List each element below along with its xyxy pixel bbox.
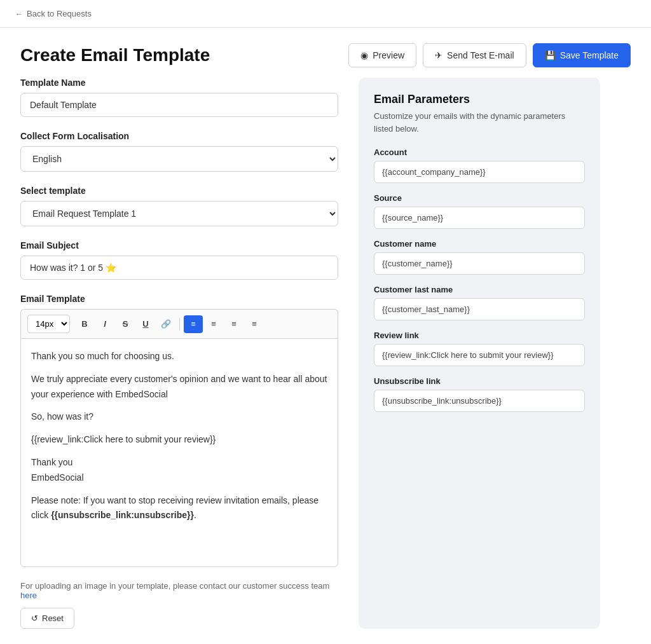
page-header: Create Email Template ◉ Preview ✈ Send T… bbox=[0, 28, 651, 78]
param-value-input[interactable] bbox=[374, 161, 585, 183]
select-template-label: Select template bbox=[20, 186, 338, 196]
top-nav: ← Back to Requests bbox=[0, 0, 651, 28]
localisation-group: Collect Form Localisation English bbox=[20, 131, 338, 172]
param-label: Unsubscribe link bbox=[374, 376, 585, 386]
underline-button[interactable]: U bbox=[136, 315, 155, 333]
reset-button[interactable]: ↺ Reset bbox=[20, 608, 74, 629]
param-group: Review link bbox=[374, 331, 585, 366]
params-container: AccountSourceCustomer nameCustomer last … bbox=[374, 147, 585, 412]
preview-label: Preview bbox=[373, 50, 404, 60]
font-size-select[interactable]: 14px bbox=[27, 315, 70, 333]
send-icon: ✈ bbox=[435, 50, 442, 60]
email-subject-group: Email Subject bbox=[20, 240, 338, 280]
upload-link[interactable]: here bbox=[20, 591, 37, 600]
editor-embedsocial: EmbedSocial bbox=[31, 472, 84, 483]
email-subject-input[interactable] bbox=[20, 256, 338, 280]
editor-line-5-6: Thank you EmbedSocial bbox=[31, 455, 327, 486]
back-label: Back to Requests bbox=[27, 9, 92, 18]
strikethrough-button[interactable]: S bbox=[116, 315, 135, 333]
send-test-label: Send Test E-mail bbox=[447, 50, 514, 60]
template-name-group: Template Name bbox=[20, 78, 338, 117]
main-content: Template Name Collect Form Localisation … bbox=[0, 78, 651, 644]
template-name-input[interactable] bbox=[20, 93, 338, 117]
left-panel: Template Name Collect Form Localisation … bbox=[20, 78, 338, 629]
param-label: Account bbox=[374, 147, 585, 157]
bold-button[interactable]: B bbox=[75, 315, 94, 333]
param-value-input[interactable] bbox=[374, 207, 585, 229]
editor-thank-you: Thank you bbox=[31, 457, 72, 467]
editor-line-3: So, how was it? bbox=[31, 409, 327, 425]
param-value-input[interactable] bbox=[374, 390, 585, 412]
editor-note-bold: {{unsubscribe_link:unsubscribe}} bbox=[51, 510, 194, 520]
back-arrow-icon: ← bbox=[15, 10, 23, 18]
param-label: Review link bbox=[374, 331, 585, 340]
preview-button[interactable]: ◉ Preview bbox=[348, 43, 416, 67]
align-center-button[interactable]: ≡ bbox=[204, 315, 223, 333]
send-test-button[interactable]: ✈ Send Test E-mail bbox=[423, 43, 526, 67]
param-group: Customer last name bbox=[374, 285, 585, 320]
param-group: Customer name bbox=[374, 239, 585, 275]
param-group: Source bbox=[374, 193, 585, 229]
save-icon: 💾 bbox=[545, 50, 556, 60]
page-title: Create Email Template bbox=[20, 45, 210, 65]
param-label: Customer last name bbox=[374, 285, 585, 294]
param-label: Customer name bbox=[374, 239, 585, 249]
email-params-desc: Customize your emails with the dynamic p… bbox=[374, 110, 585, 135]
align-right-button[interactable]: ≡ bbox=[224, 315, 243, 333]
align-justify-button[interactable]: ≡ bbox=[245, 315, 264, 333]
editor-toolbar: 14px B I S U 🔗 ≡ ≡ ≡ ≡ bbox=[20, 309, 338, 338]
localisation-label: Collect Form Localisation bbox=[20, 131, 338, 141]
param-value-input[interactable] bbox=[374, 298, 585, 320]
editor-line-2: We truly appreciate every customer's opi… bbox=[31, 372, 327, 402]
param-group: Unsubscribe link bbox=[374, 376, 585, 412]
editor-line-4: {{review_link:Click here to submit your … bbox=[31, 432, 327, 448]
editor-line-7: Please note: If you want to stop receivi… bbox=[31, 493, 327, 524]
save-label: Save Template bbox=[560, 50, 619, 60]
email-template-group: Email Template 14px B I S U 🔗 ≡ ≡ ≡ ≡ Th… bbox=[20, 294, 338, 567]
localisation-select[interactable]: English bbox=[20, 146, 338, 172]
email-template-label: Email Template bbox=[20, 294, 338, 304]
select-template-select[interactable]: Email Request Template 1 bbox=[20, 201, 338, 226]
eye-icon: ◉ bbox=[360, 50, 368, 60]
upload-note: For uploading an image in your template,… bbox=[20, 581, 338, 600]
align-left-button[interactable]: ≡ bbox=[184, 315, 203, 333]
editor-body[interactable]: Thank you so much for choosing us. We tr… bbox=[20, 338, 338, 567]
italic-button[interactable]: I bbox=[95, 315, 114, 333]
reset-label: Reset bbox=[42, 613, 64, 623]
link-button[interactable]: 🔗 bbox=[156, 315, 175, 333]
template-name-label: Template Name bbox=[20, 78, 338, 88]
right-panel: Email Parameters Customize your emails w… bbox=[359, 78, 600, 629]
upload-note-text: For uploading an image in your template,… bbox=[20, 581, 329, 591]
param-value-input[interactable] bbox=[374, 344, 585, 366]
editor-line-1: Thank you so much for choosing us. bbox=[31, 349, 327, 364]
toolbar-separator bbox=[179, 318, 180, 331]
editor-note-post: . bbox=[194, 510, 196, 520]
param-label: Source bbox=[374, 193, 585, 203]
param-value-input[interactable] bbox=[374, 252, 585, 275]
header-actions: ◉ Preview ✈ Send Test E-mail 💾 Save Temp… bbox=[348, 43, 631, 67]
param-group: Account bbox=[374, 147, 585, 183]
select-template-group: Select template Email Request Template 1 bbox=[20, 186, 338, 226]
save-template-button[interactable]: 💾 Save Template bbox=[533, 43, 631, 67]
back-link[interactable]: ← Back to Requests bbox=[15, 9, 92, 18]
reset-icon: ↺ bbox=[31, 613, 38, 623]
email-subject-label: Email Subject bbox=[20, 240, 338, 250]
email-params-title: Email Parameters bbox=[374, 93, 585, 106]
